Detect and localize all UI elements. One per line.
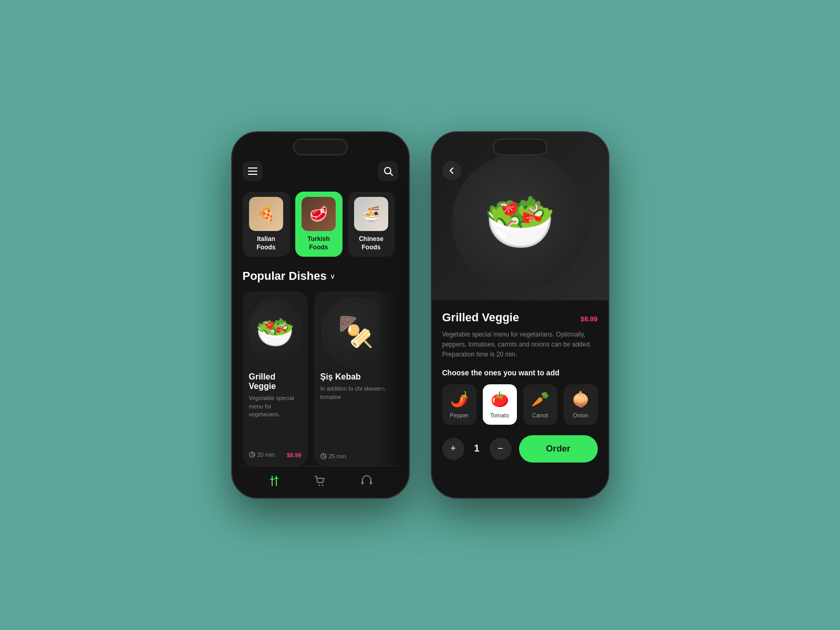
nav-cart-icon[interactable]: [314, 475, 327, 489]
grilled-veggie-footer: 20 min. $8.99: [249, 450, 302, 459]
svg-line-4: [390, 173, 392, 175]
grilled-veggie-img: 🥗: [249, 298, 302, 366]
carrot-label: Carrot: [532, 412, 548, 418]
detail-dish-price: $8.99: [580, 312, 598, 324]
italian-emoji: 🍕: [249, 197, 283, 231]
turkish-food-img: 🥩: [302, 197, 336, 231]
detail-dish-description: Vegetable special menu for vegetarians. …: [442, 330, 598, 360]
phones-container: 🍕 ItalianFoods 🥩 TurkishFoods 🍜: [231, 131, 609, 499]
popular-dishes-title: Popular Dishes: [243, 269, 327, 283]
addons-row: 🌶️ Pepper 🍅 Tomato 🥕 Carrot 🧅: [442, 384, 598, 425]
detail-dish-name: Grilled Veggie: [442, 311, 520, 324]
italian-label: ItalianFoods: [257, 235, 276, 251]
addons-title: Choose the ones you want to add: [442, 369, 598, 377]
category-italian[interactable]: 🍕 ItalianFoods: [243, 192, 290, 257]
menu-header: [243, 161, 398, 181]
detail-food-art: 🥗: [452, 153, 588, 290]
detail-content: Grilled Veggie $8.99 Vegetable special m…: [432, 300, 608, 498]
menu-icon: [248, 167, 257, 175]
svg-rect-18: [370, 481, 372, 485]
chinese-emoji: 🍜: [354, 197, 388, 231]
svg-point-15: [318, 485, 320, 486]
quantity-value: 1: [472, 443, 482, 454]
svg-rect-1: [248, 171, 257, 172]
italian-food-img: 🍕: [249, 197, 283, 231]
search-icon-btn[interactable]: [378, 161, 398, 181]
grilled-veggie-desc: Vegetable special menu for vegetarians.: [249, 394, 302, 418]
qty-plus-button[interactable]: +: [442, 438, 464, 460]
phone2-inner: 🥗 Grilled Veggie $8.99 Vegetable special…: [432, 132, 608, 498]
addon-carrot[interactable]: 🥕 Carrot: [523, 384, 557, 425]
category-turkish[interactable]: 🥩 TurkishFoods: [295, 192, 343, 257]
dish-card-grilled-veggie[interactable]: 🥗 Grilled Veggie Vegetable special menu …: [243, 291, 308, 466]
bottom-nav: [243, 466, 398, 498]
nav-headset-icon[interactable]: [360, 475, 373, 489]
tomato-emoji: 🍅: [491, 391, 509, 408]
section-header: Popular Dishes ∨: [243, 269, 398, 283]
back-button[interactable]: [442, 161, 461, 180]
chinese-label: ChineseFoods: [359, 235, 383, 251]
utensils-icon: [268, 475, 281, 487]
svg-line-10: [324, 456, 325, 457]
search-icon: [383, 166, 393, 176]
phone-menu: 🍕 ItalianFoods 🥩 TurkishFoods 🍜: [231, 131, 410, 499]
order-btn-label: Order: [546, 444, 570, 454]
svg-rect-0: [248, 167, 257, 169]
screen1: 🍕 ItalianFoods 🥩 TurkishFoods 🍜: [232, 132, 409, 498]
tomato-label: Tomato: [490, 412, 509, 418]
addon-onion[interactable]: 🧅 Onion: [564, 384, 598, 425]
back-arrow-icon: [448, 166, 456, 175]
grilled-veggie-name: Grilled Veggie: [249, 372, 302, 391]
phone1-inner: 🍕 ItalianFoods 🥩 TurkishFoods 🍜: [232, 132, 409, 498]
headset-icon: [360, 475, 373, 487]
dishes-grid: 🥗 Grilled Veggie Vegetable special menu …: [243, 291, 398, 466]
hero-food-image: 🥗: [452, 153, 588, 290]
pepper-emoji: 🌶️: [450, 391, 469, 408]
nav-food-icon[interactable]: [268, 475, 281, 489]
qty-minus-button[interactable]: −: [490, 438, 512, 460]
sis-kebab-time: 25 min.: [320, 453, 348, 459]
dish-card-sis-kebab[interactable]: 🍢 Şiş Kebab In addition to chi skewers, …: [314, 291, 398, 466]
chinese-food-img: 🍜: [354, 197, 388, 231]
detail-hero: 🥗: [432, 132, 608, 300]
grilled-veggie-img-container: 🥗: [249, 298, 302, 366]
svg-rect-2: [248, 174, 257, 175]
grilled-veggie-price: $8.99: [287, 450, 302, 459]
clock-icon2: [320, 453, 327, 459]
svg-line-7: [252, 455, 254, 456]
order-row: + 1 − Order: [442, 435, 598, 463]
grilled-veggie-time-label: 20 min.: [257, 452, 276, 458]
phone-detail: 🥗 Grilled Veggie $8.99 Vegetable special…: [431, 131, 609, 499]
clock-icon: [249, 452, 255, 458]
svg-point-3: [385, 167, 391, 174]
carrot-emoji: 🥕: [531, 391, 549, 408]
pepper-label: Pepper: [450, 412, 468, 418]
sis-kebab-time-label: 25 min.: [329, 453, 348, 459]
addon-pepper[interactable]: 🌶️ Pepper: [442, 384, 476, 425]
turkish-emoji: 🥩: [302, 197, 336, 231]
turkish-label: TurkishFoods: [307, 235, 329, 251]
grilled-veggie-art: 🥗: [249, 298, 302, 366]
order-button[interactable]: Order: [519, 435, 598, 463]
category-chinese[interactable]: 🍜 ChineseFoods: [348, 192, 395, 257]
screen2: 🥗 Grilled Veggie $8.99 Vegetable special…: [432, 132, 608, 498]
svg-point-16: [322, 485, 323, 486]
cart-icon: [314, 475, 327, 487]
svg-rect-17: [361, 481, 364, 485]
menu-icon-btn[interactable]: [243, 161, 263, 181]
onion-label: Onion: [573, 412, 588, 418]
categories-row: 🍕 ItalianFoods 🥩 TurkishFoods 🍜: [243, 192, 398, 257]
grilled-veggie-time: 20 min.: [249, 452, 276, 458]
chevron-down-icon[interactable]: ∨: [330, 272, 335, 280]
partial-overlay: [377, 291, 398, 466]
addon-tomato[interactable]: 🍅 Tomato: [483, 384, 517, 425]
onion-emoji: 🧅: [572, 391, 590, 408]
detail-title-row: Grilled Veggie $8.99: [442, 311, 598, 324]
